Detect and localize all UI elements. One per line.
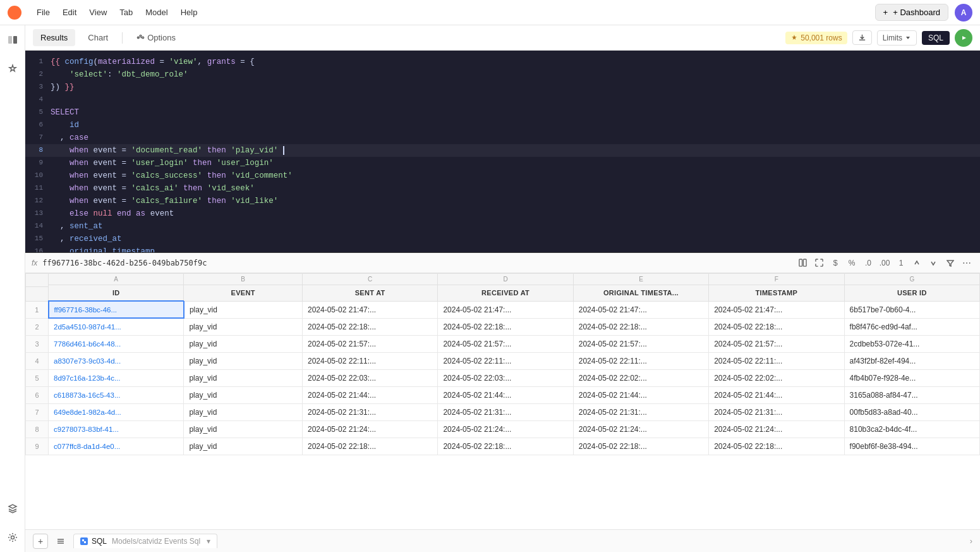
tab-chart[interactable]: Chart — [80, 29, 116, 46]
cell-received-at[interactable]: 2024-05-02 21:44:... — [438, 386, 573, 403]
col-header-e[interactable]: E ORIGINAL TIMESTA... — [573, 274, 708, 302]
cell-event[interactable]: play_vid — [184, 352, 303, 369]
cell-sent-at[interactable]: 2024-05-02 21:44:... — [302, 386, 437, 403]
cell-received-at[interactable]: 2024-05-02 21:57:... — [438, 335, 573, 352]
nav-arrow-right[interactable]: › — [970, 536, 972, 546]
cell-user-id[interactable]: 2cdbeb53-072e-41... — [844, 335, 979, 352]
cell-original-ts[interactable]: 2024-05-02 21:31:... — [573, 403, 708, 420]
cell-sent-at[interactable]: 2024-05-02 22:18:... — [302, 438, 437, 455]
cell-user-id[interactable]: 6b517be7-0b60-4... — [844, 301, 979, 318]
cell-user-id[interactable]: 3165a088-af84-47... — [844, 386, 979, 403]
cell-event[interactable]: play_vid — [184, 438, 303, 455]
cell-id[interactable]: ff967716-38bc-46... — [49, 301, 184, 318]
cell-received-at[interactable]: 2024-05-02 22:18:... — [438, 318, 573, 335]
cell-received-at[interactable]: 2024-05-02 21:47:... — [438, 301, 573, 318]
code-editor[interactable]: 1 {{ config(materialized = 'view', grant… — [25, 51, 980, 253]
formula-sort-desc-icon[interactable] — [927, 256, 941, 270]
menu-help[interactable]: Help — [176, 5, 203, 20]
formula-sort-asc-icon[interactable] — [910, 256, 924, 270]
formula-decimal-inc-icon[interactable]: .00 — [878, 256, 892, 270]
cell-received-at[interactable]: 2024-05-02 22:18:... — [438, 438, 573, 455]
sheet-tab-sql[interactable]: SQL Models/catvidz Events Sql ▾ — [73, 534, 217, 548]
cell-id[interactable]: 8d97c16a-123b-4c... — [49, 369, 184, 386]
formula-more-icon[interactable]: ⋯ — [960, 256, 974, 270]
sidebar-sparkle-icon[interactable] — [3, 59, 22, 78]
cell-original-ts[interactable]: 2024-05-02 22:18:... — [573, 318, 708, 335]
sheet-tab-dropdown-icon[interactable]: ▾ — [207, 537, 210, 546]
cell-id[interactable]: a8307e73-9c03-4d... — [49, 352, 184, 369]
dashboard-button[interactable]: + + Dashboard — [875, 4, 948, 21]
cell-user-id[interactable]: 4fb4b07e-f928-4e... — [844, 369, 979, 386]
user-avatar[interactable]: A — [955, 4, 972, 21]
cell-id[interactable]: c9278073-83bf-41... — [49, 420, 184, 438]
tab-results[interactable]: Results — [33, 29, 75, 46]
cell-id[interactable]: c077ffc8-da1d-4e0... — [49, 438, 184, 455]
cell-timestamp[interactable]: 2024-05-02 21:57:... — [709, 335, 844, 352]
cell-sent-at[interactable]: 2024-05-02 22:11:... — [302, 352, 437, 369]
cell-timestamp[interactable]: 2024-05-02 22:18:... — [709, 438, 844, 455]
cell-original-ts[interactable]: 2024-05-02 21:57:... — [573, 335, 708, 352]
cell-user-id[interactable]: 00fb5d83-a8ad-40... — [844, 403, 979, 420]
menu-edit[interactable]: Edit — [57, 5, 82, 20]
menu-tab[interactable]: Tab — [114, 5, 138, 20]
cell-event[interactable]: play_vid — [184, 386, 303, 403]
cell-original-ts[interactable]: 2024-05-02 21:47:... — [573, 301, 708, 318]
cell-id[interactable]: 649e8de1-982a-4d... — [49, 403, 184, 420]
cell-timestamp[interactable]: 2024-05-02 22:18:... — [709, 318, 844, 335]
sidebar-settings-icon[interactable] — [3, 528, 22, 547]
cell-id[interactable]: c618873a-16c5-43... — [49, 386, 184, 403]
cell-user-id[interactable]: f90ebf6f-8e38-494... — [844, 438, 979, 455]
cell-received-at[interactable]: 2024-05-02 22:03:... — [438, 369, 573, 386]
tab-options[interactable]: Options — [129, 29, 183, 46]
col-header-a[interactable]: A ID — [49, 274, 184, 302]
col-header-b[interactable]: B EVENT — [184, 274, 303, 302]
cell-sent-at[interactable]: 2024-05-02 21:31:... — [302, 403, 437, 420]
col-header-f[interactable]: F TIMESTAMP — [709, 274, 844, 302]
cell-event[interactable]: play_vid — [184, 369, 303, 386]
cell-received-at[interactable]: 2024-05-02 21:24:... — [438, 420, 573, 438]
cell-id[interactable]: 7786d461-b6c4-48... — [49, 335, 184, 352]
menu-model[interactable]: Model — [140, 5, 172, 20]
col-header-c[interactable]: C SENT AT — [302, 274, 437, 302]
cell-timestamp[interactable]: 2024-05-02 21:24:... — [709, 420, 844, 438]
cell-original-ts[interactable]: 2024-05-02 22:18:... — [573, 438, 708, 455]
cell-original-ts[interactable]: 2024-05-02 21:44:... — [573, 386, 708, 403]
cell-user-id[interactable]: 810b3ca2-b4dc-4f... — [844, 420, 979, 438]
sidebar-panel-toggle[interactable] — [3, 30, 22, 49]
col-header-d[interactable]: D RECEIVED AT — [438, 274, 573, 302]
formula-dollar-icon[interactable]: $ — [828, 256, 842, 270]
run-button[interactable] — [955, 29, 972, 47]
menu-view[interactable]: View — [84, 5, 112, 20]
cell-received-at[interactable]: 2024-05-02 22:11:... — [438, 352, 573, 369]
cell-timestamp[interactable]: 2024-05-02 21:47:... — [709, 301, 844, 318]
cell-sent-at[interactable]: 2024-05-02 21:47:... — [302, 301, 437, 318]
cell-received-at[interactable]: 2024-05-02 21:31:... — [438, 403, 573, 420]
cell-timestamp[interactable]: 2024-05-02 21:31:... — [709, 403, 844, 420]
formula-filter-icon[interactable] — [943, 256, 957, 270]
sheet-list-button[interactable] — [53, 534, 68, 549]
cell-sent-at[interactable]: 2024-05-02 22:03:... — [302, 369, 437, 386]
sql-button[interactable]: SQL — [922, 31, 950, 45]
cell-timestamp[interactable]: 2024-05-02 21:44:... — [709, 386, 844, 403]
cell-user-id[interactable]: af43f2bf-82ef-494... — [844, 352, 979, 369]
menu-file[interactable]: File — [32, 5, 55, 20]
download-button[interactable] — [852, 30, 872, 45]
cell-event[interactable]: play_vid — [184, 301, 303, 318]
cell-original-ts[interactable]: 2024-05-02 21:24:... — [573, 420, 708, 438]
cell-original-ts[interactable]: 2024-05-02 22:11:... — [573, 352, 708, 369]
formula-expand-icon[interactable] — [812, 256, 826, 270]
formula-decimal-dec-icon[interactable]: .0 — [861, 256, 875, 270]
cell-id[interactable]: 2d5a4510-987d-41... — [49, 318, 184, 335]
cell-original-ts[interactable]: 2024-05-02 22:02:... — [573, 369, 708, 386]
limits-button[interactable]: Limits — [877, 30, 917, 46]
cell-user-id[interactable]: fb8f476c-ed9d-4af... — [844, 318, 979, 335]
cell-sent-at[interactable]: 2024-05-02 22:18:... — [302, 318, 437, 335]
cell-event[interactable]: play_vid — [184, 420, 303, 438]
cell-event[interactable]: play_vid — [184, 403, 303, 420]
cell-sent-at[interactable]: 2024-05-02 21:24:... — [302, 420, 437, 438]
cell-timestamp[interactable]: 2024-05-02 22:11:... — [709, 352, 844, 369]
data-grid[interactable]: A ID B EVENT C SENT AT D — [25, 273, 980, 529]
cell-event[interactable]: play_vid — [184, 318, 303, 335]
formula-format1-icon[interactable]: 1 — [894, 256, 908, 270]
col-header-g[interactable]: G USER ID — [844, 274, 979, 302]
